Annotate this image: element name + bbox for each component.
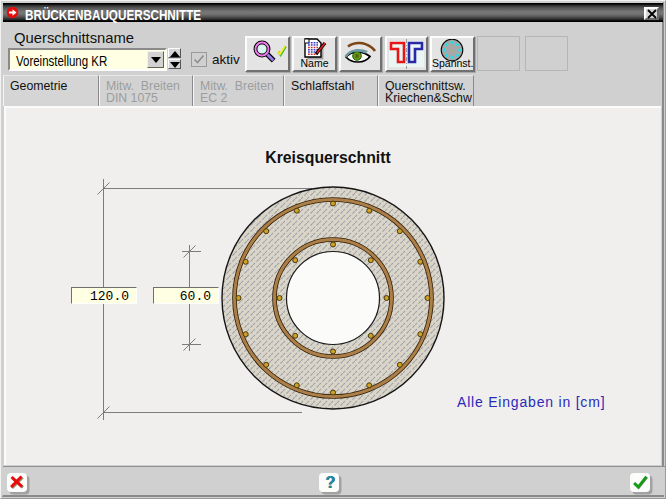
svg-text:?: ? — [325, 473, 335, 491]
